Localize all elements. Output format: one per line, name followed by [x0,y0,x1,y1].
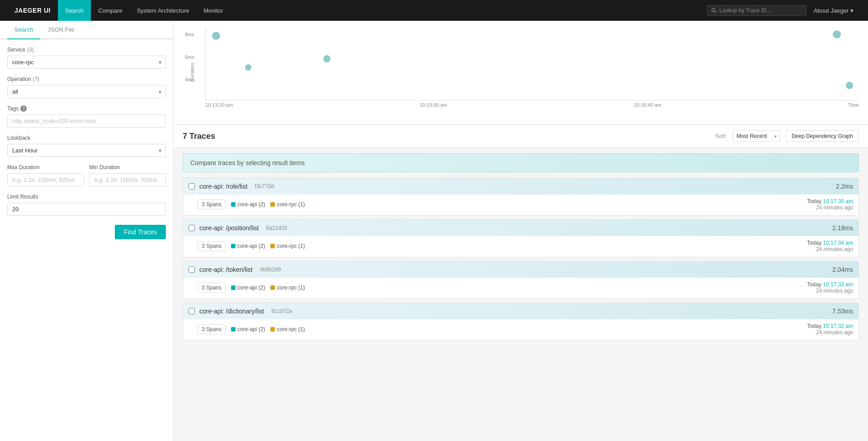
service-tag-core-api-4: core-api (2) [231,326,265,332]
lookback-label: Lookback [7,135,166,141]
chart-dot-1 [212,32,220,40]
service-tag-core-rpc-1: core-rpc (1) [270,201,305,208]
chart-dot-2 [245,64,251,71]
compare-banner: Compare traces by selecting result items [183,153,859,172]
spans-badge-3: 3 Spans [198,283,226,293]
service-select[interactable]: core-rpc [7,56,166,69]
x-label-3: 10:16:40 am [634,102,661,108]
trace-header-4[interactable]: core-api: /dictionary/list 81c072a 7.53m… [183,303,859,319]
min-duration-input[interactable] [90,173,166,186]
chart-dot-3 [323,55,330,62]
operation-select[interactable]: all [7,85,166,98]
duration-row: Max Duration Min Duration [7,164,166,194]
trace-ago-2: 24 minutes ago [816,246,853,252]
trace-ago-3: 24 minutes ago [816,288,853,294]
chart-area: 8ms 6ms 4ms Duration 10:13:20 am [174,21,868,125]
trace-time-value-1[interactable]: 10:17:35 am [823,198,853,204]
lookback-field: Lookback Last Hour [7,135,166,157]
tags-field: Tags ? [7,105,166,128]
trace-time-value-2[interactable]: 10:17:34 am [823,240,853,246]
nav-system-architecture[interactable]: System Architecture [130,0,197,21]
traces-controls: Sort: Most Recent Longest First Shortest… [716,130,859,142]
deep-dependency-graph-button[interactable]: Deep Dependency Graph [786,130,859,142]
service-tag-core-rpc-3: core-rpc (1) [270,285,305,291]
trace-id-4: 81c072a [271,308,292,314]
svg-line-1 [715,11,716,13]
find-traces-button[interactable]: Find Traces [115,225,166,239]
trace-id-input[interactable] [719,7,802,14]
trace-duration-2: 2.18ms [832,224,853,232]
trace-time-3: Today 10:17:33 am 24 minutes ago [807,281,853,294]
traces-header: 7 Traces Sort: Most Recent Longest First… [174,125,868,148]
trace-checkbox-4[interactable] [189,308,195,314]
min-duration-label: Min Duration [90,164,166,171]
sort-select[interactable]: Most Recent Longest First Shortest First… [732,130,780,142]
y-label-8ms: 8ms [185,32,194,37]
nav-compare[interactable]: Compare [91,0,129,21]
service-field: Service (3) core-rpc [7,47,166,69]
trace-date-4: Today [807,323,821,329]
trace-ago-4: 24 minutes ago [816,329,853,336]
spans-badge-4: 3 Spans [198,324,226,334]
lookback-select[interactable]: Last Hour [7,144,166,157]
brand-logo: JAEGER UI [7,0,58,21]
trace-duration-4: 7.53ms [832,308,853,315]
trace-body-1: 3 Spans core-api (2) core-rpc (1) Today … [183,194,859,215]
trace-body-4: 3 Spans core-api (2) core-rpc (1) Today … [183,319,859,340]
chart-dot-4 [833,30,841,38]
trace-id-1: f3c770d [255,183,274,190]
service-dot-teal-3 [231,285,236,290]
trace-checkbox-3[interactable] [189,266,195,273]
trace-header-3[interactable]: core-api: /token/list 4b952d9 2.04ms [183,261,859,278]
x-label-time: Time [848,102,859,108]
trace-id-2: 6a12d15 [266,225,288,231]
top-nav: JAEGER UI Search Compare System Architec… [0,0,868,21]
service-label: Service (3) [7,47,166,53]
trace-name-4: core-api: /dictionary/list [199,308,264,315]
trace-header-1[interactable]: core-api: /role/list f3c770d 2.2ms [183,178,859,194]
trace-date-1: Today [807,198,821,204]
max-duration-field: Max Duration [7,164,84,186]
x-label-2: 10:15:00 am [420,102,447,108]
max-duration-label: Max Duration [7,164,84,171]
trace-duration-1: 2.2ms [836,183,853,190]
about-jaeger-menu[interactable]: About Jaeger ▾ [807,0,861,21]
max-duration-input[interactable] [7,173,84,186]
trace-time-2: Today 10:17:34 am 24 minutes ago [807,240,853,252]
service-dot-teal-1 [231,202,236,207]
trace-item: core-api: /dictionary/list 81c072a 7.53m… [183,303,859,341]
tags-input[interactable] [7,114,166,128]
trace-item: core-api: /role/list f3c770d 2.2ms 3 Spa… [183,178,859,216]
service-dot-gold-1 [270,202,275,207]
trace-time-value-4[interactable]: 10:17:32 am [823,323,853,329]
trace-id-search-box[interactable] [707,5,807,16]
operation-field: Operation (7) all [7,76,166,98]
trace-time-1: Today 10:17:35 am 24 minutes ago [807,198,853,211]
tab-search[interactable]: Search [7,21,40,39]
trace-body-2: 3 Spans core-api (2) core-rpc (1) Today … [183,236,859,257]
sort-label: Sort: [716,133,727,139]
tab-json-file[interactable]: JSON File [40,21,81,39]
service-dot-gold-3 [270,285,275,290]
y-axis-label: Duration [189,63,195,82]
service-tag-core-rpc-4: core-rpc (1) [270,326,305,332]
nav-search[interactable]: Search [58,0,91,21]
trace-checkbox-1[interactable] [189,183,195,190]
limit-results-label: Limit Results [7,194,166,200]
trace-header-2[interactable]: core-api: /position/list 6a12d15 2.18ms [183,220,859,236]
trace-date-3: Today [807,281,821,288]
limit-results-field: Limit Results [7,194,166,216]
trace-name-1: core-api: /role/list [199,183,248,190]
trace-ago-1: 24 minutes ago [816,204,853,211]
trace-date-2: Today [807,240,821,246]
nav-monitor[interactable]: Monitor [196,0,230,21]
limit-results-input[interactable] [7,203,166,216]
trace-time-value-3[interactable]: 10:17:33 am [823,281,853,288]
trace-id-3: 4b952d9 [260,266,281,273]
trace-item: core-api: /position/list 6a12d15 2.18ms … [183,219,859,257]
service-dot-gold-2 [270,244,275,248]
trace-checkbox-2[interactable] [189,225,195,231]
trace-list: core-api: /role/list f3c770d 2.2ms 3 Spa… [174,178,868,341]
tags-help-icon[interactable]: ? [20,105,27,112]
x-label-1: 10:13:20 am [205,102,233,108]
